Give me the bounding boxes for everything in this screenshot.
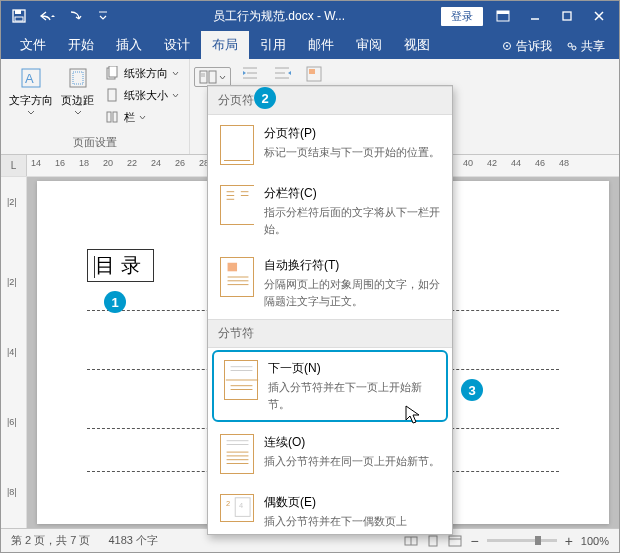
text-wrapping-break-icon <box>220 257 254 297</box>
page-info[interactable]: 第 2 页，共 7 页 <box>11 533 90 548</box>
read-mode-icon[interactable] <box>404 534 418 548</box>
qat-customize-button[interactable] <box>89 2 117 30</box>
margins-button[interactable]: 页边距 <box>59 61 96 119</box>
ruler-tick: 20 <box>103 158 113 168</box>
menu-item-desc: 插入分节符并在下一偶数页上 <box>264 513 440 530</box>
zoom-level[interactable]: 100% <box>581 535 609 547</box>
menu-item-even-page[interactable]: 24 偶数页(E) 插入分节符并在下一偶数页上 <box>208 484 452 534</box>
orientation-label: 纸张方向 <box>124 66 168 81</box>
annotation-callout-1: 1 <box>104 291 126 313</box>
save-button[interactable] <box>5 2 33 30</box>
breaks-icon <box>199 70 217 84</box>
breaks-button[interactable] <box>194 67 231 87</box>
menu-item-continuous[interactable]: 连续(O) 插入分节符并在同一页上开始新节。 <box>208 424 452 484</box>
svg-text:4: 4 <box>239 501 243 510</box>
share-button[interactable]: 共享 <box>560 34 611 59</box>
ruler-tick: 40 <box>463 158 473 168</box>
ruler-tick: 48 <box>559 158 569 168</box>
svg-rect-35 <box>429 536 437 546</box>
next-page-icon <box>224 360 258 400</box>
close-button[interactable] <box>583 2 615 30</box>
text-direction-button[interactable]: A 文字方向 <box>7 61 55 119</box>
vruler-tick: |6| <box>7 417 17 427</box>
svg-point-11 <box>572 46 576 50</box>
menu-item-title: 分栏符(C) <box>264 185 440 202</box>
tab-home[interactable]: 开始 <box>57 31 105 59</box>
tab-layout[interactable]: 布局 <box>201 31 249 59</box>
ruler-corner: L <box>1 155 27 176</box>
login-button[interactable]: 登录 <box>441 7 483 26</box>
menu-item-desc: 分隔网页上的对象周围的文字，如分隔题注文字与正文。 <box>264 276 440 309</box>
redo-button[interactable] <box>61 2 89 30</box>
size-label: 纸张大小 <box>124 88 168 103</box>
tab-review[interactable]: 审阅 <box>345 31 393 59</box>
orientation-button[interactable]: 纸张方向 <box>100 63 183 83</box>
svg-rect-22 <box>209 71 216 83</box>
toc-text: 目录 <box>95 254 147 276</box>
maximize-button[interactable] <box>551 2 583 30</box>
text-direction-label: 文字方向 <box>9 93 53 108</box>
vruler-tick: |4| <box>7 347 17 357</box>
menu-item-text-wrapping-break[interactable]: 自动换行符(T) 分隔网页上的对象周围的文字，如分隔题注文字与正文。 <box>208 247 452 319</box>
zoom-slider[interactable] <box>487 539 557 542</box>
tell-me-label: 告诉我 <box>516 38 552 55</box>
minimize-button[interactable] <box>519 2 551 30</box>
column-break-icon <box>220 185 254 225</box>
svg-rect-21 <box>200 71 207 83</box>
columns-button[interactable]: 栏 <box>100 107 183 127</box>
svg-point-10 <box>568 43 572 47</box>
tab-insert[interactable]: 插入 <box>105 31 153 59</box>
zoom-out-button[interactable]: − <box>470 533 478 549</box>
tab-file[interactable]: 文件 <box>9 31 57 59</box>
svg-rect-18 <box>108 89 116 101</box>
svg-rect-44 <box>228 263 238 272</box>
annotation-callout-3: 3 <box>461 379 483 401</box>
ruler-tick: 46 <box>535 158 545 168</box>
ribbon-display-options-button[interactable] <box>487 2 519 30</box>
menu-item-desc: 插入分节符并在同一页上开始新节。 <box>264 453 440 470</box>
indent-icon <box>241 65 263 83</box>
tab-mailings[interactable]: 邮件 <box>297 31 345 59</box>
position-icon <box>305 65 327 83</box>
svg-rect-15 <box>73 72 83 84</box>
margins-icon <box>65 65 91 91</box>
menu-item-page-break[interactable]: 分页符(P) 标记一页结束与下一页开始的位置。 <box>208 115 452 175</box>
web-layout-icon[interactable] <box>448 534 462 548</box>
dropdown-section-page-breaks: 分页符 <box>208 86 452 115</box>
svg-rect-17 <box>109 66 117 77</box>
margins-label: 页边距 <box>61 93 94 108</box>
share-label: 共享 <box>581 38 605 55</box>
undo-button[interactable] <box>33 2 61 30</box>
svg-rect-5 <box>497 11 509 14</box>
print-layout-icon[interactable] <box>426 534 440 548</box>
menu-item-column-break[interactable]: 分栏符(C) 指示分栏符后面的文字将从下一栏开始。 <box>208 175 452 247</box>
vruler-tick: |8| <box>7 487 17 497</box>
ruler-tick: 18 <box>79 158 89 168</box>
menu-item-title: 分页符(P) <box>264 125 440 142</box>
tab-references[interactable]: 引用 <box>249 31 297 59</box>
tell-me-button[interactable]: 告诉我 <box>495 34 558 59</box>
menu-item-desc: 标记一页结束与下一页开始的位置。 <box>264 144 440 161</box>
window-title: 员工行为规范.docx - W... <box>117 8 441 25</box>
ruler-tick: 24 <box>151 158 161 168</box>
orientation-icon <box>104 65 120 81</box>
ruler-tick: 44 <box>511 158 521 168</box>
word-count[interactable]: 4183 个字 <box>108 533 158 548</box>
menu-item-desc: 指示分栏符后面的文字将从下一栏开始。 <box>264 204 440 237</box>
menu-item-title: 连续(O) <box>264 434 440 451</box>
svg-rect-19 <box>107 112 111 122</box>
title-bar: 员工行为规范.docx - W... 登录 <box>1 1 619 31</box>
chevron-down-icon <box>172 71 179 76</box>
menu-item-title: 下一页(N) <box>268 360 436 377</box>
tab-view[interactable]: 视图 <box>393 31 441 59</box>
size-button[interactable]: 纸张大小 <box>100 85 183 105</box>
ruler-tick: 42 <box>487 158 497 168</box>
tab-design[interactable]: 设计 <box>153 31 201 59</box>
chevron-down-icon <box>219 75 226 80</box>
ribbon-tabs: 文件 开始 插入 设计 布局 引用 邮件 审阅 视图 告诉我 共享 <box>1 31 619 59</box>
size-icon <box>104 87 120 103</box>
menu-item-title: 自动换行符(T) <box>264 257 440 274</box>
zoom-in-button[interactable]: + <box>565 533 573 549</box>
even-page-icon: 24 <box>220 494 254 522</box>
ruler-tick: 26 <box>175 158 185 168</box>
